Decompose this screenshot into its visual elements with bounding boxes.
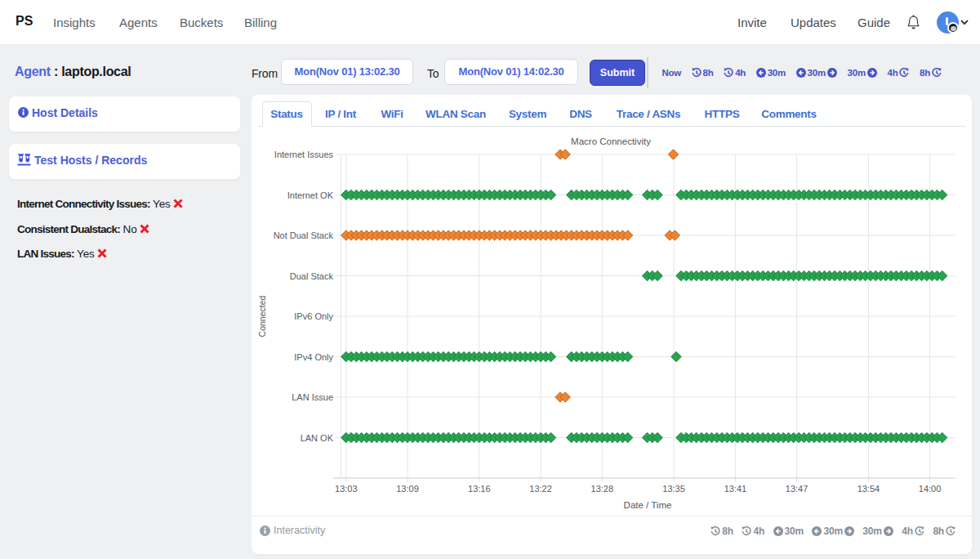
svg-text:IPv4 Only: IPv4 Only xyxy=(294,352,333,362)
svg-text:13:03: 13:03 xyxy=(335,484,358,494)
svg-text:13:41: 13:41 xyxy=(724,484,747,494)
svg-text:Not Dual Stack: Not Dual Stack xyxy=(274,230,334,240)
svg-text:IPv6 Only: IPv6 Only xyxy=(294,311,333,321)
svg-text:Connected: Connected xyxy=(257,295,267,337)
svg-text:Dual Stack: Dual Stack xyxy=(290,271,334,281)
svg-text:13:22: 13:22 xyxy=(529,484,552,494)
svg-text:Macro Connectivity: Macro Connectivity xyxy=(571,136,651,146)
svg-text:13:28: 13:28 xyxy=(591,484,614,494)
svg-text:13:47: 13:47 xyxy=(786,484,808,494)
svg-text:LAN Issue: LAN Issue xyxy=(292,392,333,402)
svg-text:Internet Issues: Internet Issues xyxy=(274,150,334,159)
svg-text:13:09: 13:09 xyxy=(396,484,419,494)
svg-text:13:54: 13:54 xyxy=(858,484,880,494)
svg-text:13:35: 13:35 xyxy=(662,484,685,494)
svg-text:14:00: 14:00 xyxy=(919,484,942,494)
svg-text:Date / Time: Date / Time xyxy=(624,500,672,510)
svg-text:13:16: 13:16 xyxy=(468,484,491,494)
svg-text:Internet OK: Internet OK xyxy=(287,190,334,200)
svg-text:LAN OK: LAN OK xyxy=(301,433,334,443)
